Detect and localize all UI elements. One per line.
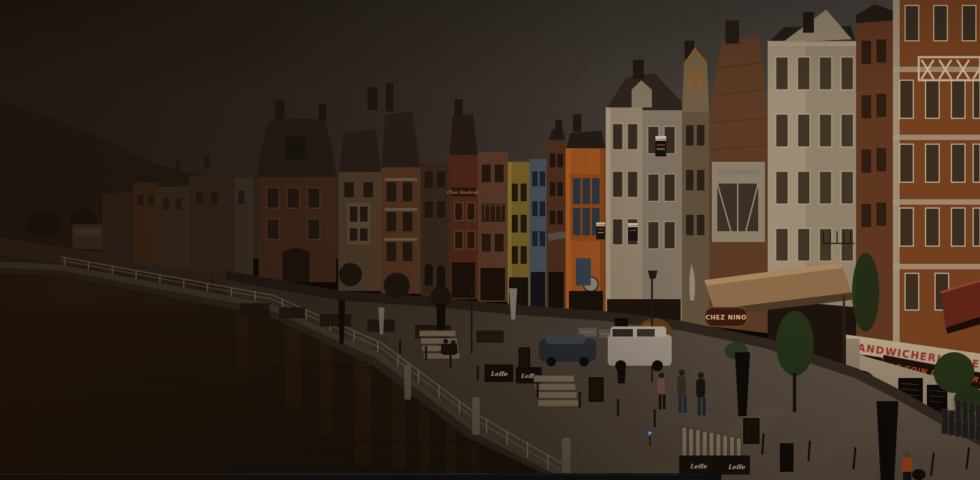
green-tree bbox=[776, 311, 814, 376]
svg-text:A VENDRE: A VENDRE bbox=[628, 224, 638, 227]
svg-text:P: P bbox=[648, 431, 651, 436]
riverside-photo: Chez Bouboule bbox=[0, 0, 980, 480]
trash-bin bbox=[780, 443, 794, 472]
svg-text:Leffe: Leffe bbox=[689, 463, 707, 470]
building-mansard bbox=[257, 101, 336, 282]
pontoon-strip bbox=[0, 473, 721, 480]
building-yellow bbox=[508, 162, 529, 306]
a-vendre-plaque: A VENDRE bbox=[595, 222, 606, 239]
building-timber-gable bbox=[682, 41, 709, 326]
building-blue bbox=[529, 159, 546, 307]
bus bbox=[72, 224, 103, 249]
svg-text:Leffe: Leffe bbox=[490, 371, 508, 377]
ivy bbox=[852, 253, 879, 332]
building-transition bbox=[852, 4, 893, 386]
svg-text:Leffe: Leffe bbox=[728, 464, 745, 470]
a-vendre-plaque: A VENDRE bbox=[628, 223, 638, 241]
svg-text:A VENDRE: A VENDRE bbox=[655, 138, 666, 141]
svg-text:A VENDRE: A VENDRE bbox=[595, 224, 606, 226]
building-salmon bbox=[478, 152, 508, 302]
parked-car-dark bbox=[539, 335, 596, 366]
svg-text:CHEZ NINO: CHEZ NINO bbox=[706, 314, 747, 321]
building-arcade bbox=[421, 162, 449, 296]
sign-chez-nino: CHEZ NINO bbox=[705, 307, 747, 326]
building-orange: A VENDRE bbox=[566, 114, 606, 311]
white-van bbox=[608, 326, 672, 371]
scene-canvas: Chez Bouboule bbox=[0, 0, 980, 480]
restaurant-script: Restaurant bbox=[717, 167, 760, 176]
leffe-planters: Leffe Leffe bbox=[485, 364, 542, 383]
a-vendre-plaque: A VENDRE bbox=[655, 136, 666, 156]
sign-chez-bouboule: Chez Bouboule bbox=[446, 190, 481, 195]
building-brick-small bbox=[546, 120, 566, 309]
